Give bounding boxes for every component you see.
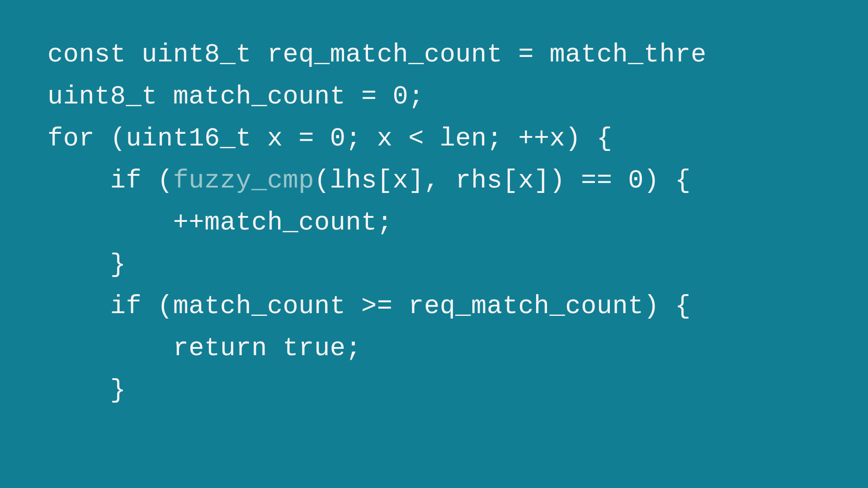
- code-text: ++match_count;: [47, 208, 393, 237]
- code-line-0: const uint8_t req_match_count = match_th…: [47, 34, 868, 76]
- code-block: const uint8_t req_match_count = match_th…: [0, 0, 868, 412]
- code-text: for (uint16_t x = 0; x < len; ++x) {: [47, 124, 612, 153]
- code-text: if (: [47, 166, 173, 195]
- code-line-8: }: [47, 370, 868, 412]
- code-text: return true;: [47, 334, 361, 363]
- code-text: (lhs[x], rhs[x]) == 0) {: [314, 166, 691, 195]
- code-text: uint8_t match_count = 0;: [47, 82, 424, 111]
- code-line-3: if (fuzzy_cmp(lhs[x], rhs[x]) == 0) {: [47, 160, 868, 202]
- code-line-4: ++match_count;: [47, 202, 868, 244]
- code-text: if (match_count >= req_match_count) {: [47, 292, 691, 321]
- code-text: const uint8_t req_match_count = match_th…: [47, 40, 707, 69]
- code-line-2: for (uint16_t x = 0; x < len; ++x) {: [47, 118, 868, 160]
- code-text: }: [47, 250, 126, 279]
- code-line-1: uint8_t match_count = 0;: [47, 76, 868, 118]
- code-line-6: if (match_count >= req_match_count) {: [47, 286, 868, 328]
- code-line-5: }: [47, 244, 868, 286]
- code-line-7: return true;: [47, 328, 868, 370]
- code-text: }: [47, 376, 126, 405]
- highlighted-token: fuzzy_cmp: [173, 166, 314, 195]
